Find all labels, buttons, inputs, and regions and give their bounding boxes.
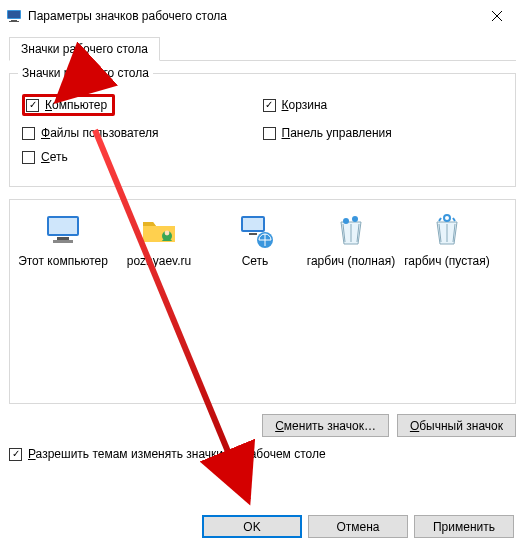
bin-full-icon: [331, 210, 371, 250]
label-controlpanel: Панель управления: [282, 126, 392, 140]
preview-caption: Сеть: [242, 254, 269, 268]
default-icon-button[interactable]: Обычный значок: [397, 414, 516, 437]
tab-desktop-icons[interactable]: Значки рабочего стола: [9, 37, 160, 61]
checkbox-recyclebin[interactable]: [263, 99, 276, 112]
apply-button[interactable]: Применить: [414, 515, 514, 538]
checkbox-userfiles[interactable]: [22, 127, 35, 140]
change-icon-button[interactable]: Сменить значок…: [262, 414, 389, 437]
svg-rect-14: [249, 233, 257, 235]
checkbox-computer[interactable]: [26, 99, 39, 112]
preview-caption: гарбич (полная): [307, 254, 395, 268]
svg-point-17: [352, 216, 358, 222]
preview-caption: гарбич (пустая): [404, 254, 490, 268]
desktop-personalization-icon: [6, 8, 22, 24]
monitor-icon: [43, 210, 83, 250]
preview-item-this-pc[interactable]: Этот компьютер: [18, 210, 108, 268]
svg-point-18: [444, 215, 450, 221]
svg-rect-1: [8, 11, 20, 18]
highlight-computer: Компьютер: [22, 94, 115, 116]
ok-button[interactable]: OK: [202, 515, 302, 538]
title-bar: Параметры значков рабочего стола: [0, 0, 525, 32]
folder-user-icon: [139, 210, 179, 250]
cancel-button[interactable]: Отмена: [308, 515, 408, 538]
bin-empty-icon: [427, 210, 467, 250]
checkbox-allow-themes[interactable]: [9, 448, 22, 461]
svg-point-11: [165, 231, 170, 236]
svg-rect-7: [49, 218, 77, 234]
group-desktop-icons: Значки рабочего стола Компьютер Корзина …: [9, 73, 516, 187]
network-monitor-icon: [235, 210, 275, 250]
group-legend: Значки рабочего стола: [18, 66, 153, 80]
checkbox-controlpanel[interactable]: [263, 127, 276, 140]
close-button[interactable]: [474, 0, 519, 32]
label-allow-themes: Разрешить темам изменять значки на рабоч…: [28, 447, 326, 461]
checkbox-network[interactable]: [22, 151, 35, 164]
label-computer: Компьютер: [45, 98, 107, 112]
preview-caption: poznyaev.ru: [127, 254, 191, 268]
label-recyclebin: Корзина: [282, 98, 328, 112]
window-title: Параметры значков рабочего стола: [28, 9, 474, 23]
dialog-footer: OK Отмена Применить: [202, 515, 514, 538]
preview-caption: Этот компьютер: [18, 254, 108, 268]
preview-item-network[interactable]: Сеть: [210, 210, 300, 268]
svg-rect-2: [11, 20, 17, 21]
label-userfiles: Файлы пользователя: [41, 126, 158, 140]
svg-rect-9: [53, 240, 73, 243]
label-network: Сеть: [41, 150, 68, 164]
preview-item-bin-empty[interactable]: гарбич (пустая): [402, 210, 492, 268]
icon-preview-area: Этот компьютерpoznyaev.ruСетьгарбич (пол…: [9, 199, 516, 404]
svg-point-16: [343, 218, 349, 224]
svg-rect-13: [243, 218, 263, 230]
close-icon: [492, 11, 502, 21]
tab-row: Значки рабочего стола: [9, 36, 516, 61]
preview-item-user-folder[interactable]: poznyaev.ru: [114, 210, 204, 268]
preview-item-bin-full[interactable]: гарбич (полная): [306, 210, 396, 268]
svg-rect-8: [57, 237, 69, 240]
svg-rect-3: [9, 21, 19, 22]
